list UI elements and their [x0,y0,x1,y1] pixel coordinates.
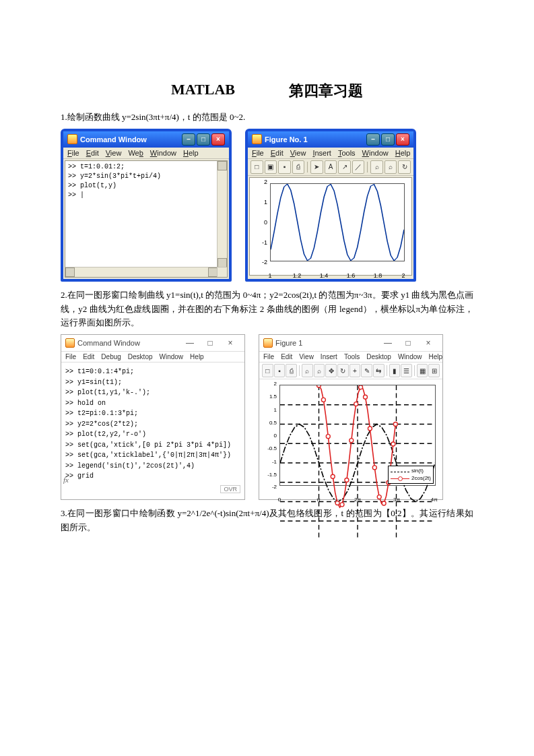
maximize-button[interactable]: □ [381,133,395,146]
scrollbar-horizontal[interactable] [65,267,218,277]
text-icon[interactable]: A [325,160,337,174]
save-icon[interactable]: ▪ [278,160,291,174]
legend-entry: 2cos(2t) [411,475,431,482]
svg-point-11 [321,398,325,402]
open-icon[interactable]: ▣ [265,160,277,174]
menubar[interactable]: File Edit View Insert Tools Window Help [248,148,413,159]
menubar[interactable]: File Edit View Insert Tools Desktop Wind… [259,352,442,363]
code-line: >> hold on [65,398,240,409]
zoom-out-icon[interactable]: ⌕ [314,364,325,377]
menu-edit[interactable]: Edit [281,353,292,360]
matlab-icon [67,134,77,144]
inspect-icon[interactable]: ▦ [417,364,428,377]
menu-desktop[interactable]: Desktop [128,353,153,360]
menu-insert[interactable]: Insert [312,149,331,157]
command-window-1: Command Window – □ × File Edit View Web … [61,129,232,282]
grid-icon[interactable]: ⊞ [428,364,440,377]
menu-tools[interactable]: Tools [338,149,356,157]
rotate-icon[interactable]: ↻ [398,160,411,174]
print-icon[interactable]: ⎙ [292,160,305,174]
close-button[interactable]: × [418,338,438,348]
svg-point-19 [359,385,363,389]
scrollbar-vertical[interactable] [217,161,227,267]
menu-tools[interactable]: Tools [344,353,360,360]
close-button[interactable]: × [396,133,409,146]
menubar[interactable]: File Edit View Web Window Help [63,148,229,159]
maximize-button[interactable]: □ [200,338,220,348]
menu-edit[interactable]: Edit [86,149,99,157]
menu-window[interactable]: Window [398,353,422,360]
close-button[interactable]: × [211,133,225,146]
legend[interactable]: sin(t) 2cos(2t) [388,466,434,484]
brush-icon[interactable]: ✎ [361,364,372,377]
command-window-2: Command Window — □ × File Edit Debug Des… [61,334,245,500]
svg-point-21 [368,427,372,431]
new-icon[interactable]: □ [251,160,263,174]
menu-file[interactable]: File [252,149,264,157]
code-line: >> y=2*sin(3*pi*t+pi/4) [68,172,216,181]
pan-icon[interactable]: ✥ [325,364,337,377]
svg-point-15 [340,503,344,507]
arrow-icon[interactable]: ➤ [310,160,323,174]
maximize-button[interactable]: □ [197,133,210,146]
new-icon[interactable]: □ [262,364,273,377]
menu-help[interactable]: Help [183,149,199,157]
menu-desktop[interactable]: Desktop [366,353,391,360]
matlab-icon [65,338,75,348]
zoom-out-icon[interactable]: ⌕ [385,160,397,174]
menu-web[interactable]: Web [128,149,143,157]
svg-point-17 [349,439,354,443]
menu-file[interactable]: File [65,353,76,360]
window-title: Figure No. 1 [265,135,366,144]
menu-window[interactable]: Window [150,149,176,157]
maximize-button[interactable]: □ [398,338,418,348]
close-button[interactable]: × [220,338,240,348]
rotate-icon[interactable]: ↻ [337,364,349,377]
title-matlab: MATLAB [171,81,235,101]
link-icon[interactable]: ⇆ [373,364,385,377]
menu-window[interactable]: Window [362,149,389,157]
draw-icon[interactable]: ↗ [338,160,351,174]
menu-view[interactable]: View [299,353,314,360]
code-area[interactable]: >> t=1:0.01:2; >> y=2*sin(3*pi*t+pi/4) >… [68,162,216,200]
code-line: >> set(gca,'xticklabel',{'0|π|2π|3π|4π'}… [65,450,240,461]
resize-grip[interactable] [217,267,227,277]
menu-file[interactable]: File [263,353,274,360]
colorbar-icon[interactable]: ▮ [389,364,401,377]
legend-icon[interactable]: ☰ [401,364,412,377]
curve-sine [271,184,404,261]
zoom-in-icon[interactable]: ⌕ [302,364,313,377]
menu-file[interactable]: File [67,149,79,157]
title-chapter: 第四章习题 [289,81,363,101]
line-icon[interactable]: ／ [352,160,365,174]
code-line: >> t=1:0.01:2; [68,162,216,172]
menu-help[interactable]: Help [190,353,204,360]
menu-window[interactable]: Window [160,353,184,360]
menu-insert[interactable]: Insert [321,353,337,360]
code-line: >> grid [65,471,240,482]
print-icon[interactable]: ⎙ [286,364,297,377]
minimize-button[interactable]: — [180,338,200,348]
svg-point-20 [364,395,368,399]
menu-edit[interactable]: Edit [83,353,94,360]
menu-view[interactable]: View [106,149,122,157]
minimize-button[interactable]: – [182,133,195,146]
code-area[interactable]: >> t1=0:0.1:4*pi; >> y1=sin(t1); >> plot… [65,367,240,482]
menu-edit[interactable]: Edit [271,149,283,157]
svg-point-14 [335,501,339,505]
menu-view[interactable]: View [290,149,306,157]
minimize-button[interactable]: – [366,133,380,146]
zoom-in-icon[interactable]: ⌕ [370,160,383,174]
svg-point-18 [354,402,358,406]
minimize-button[interactable]: — [378,338,398,348]
y-axis-labels: 21.510.50-0.5-1-1.5-2 [259,383,278,487]
cursor-icon[interactable]: + [349,364,361,377]
menu-debug[interactable]: Debug [101,353,121,360]
save-icon[interactable]: ▪ [274,364,286,377]
menu-help[interactable]: Help [395,149,411,157]
code-line: >> plot(t,y) [68,181,216,191]
menubar[interactable]: File Edit Debug Desktop Window Help [61,352,244,363]
menu-help[interactable]: Help [429,353,443,360]
svg-point-10 [317,385,321,387]
svg-point-22 [372,466,376,470]
